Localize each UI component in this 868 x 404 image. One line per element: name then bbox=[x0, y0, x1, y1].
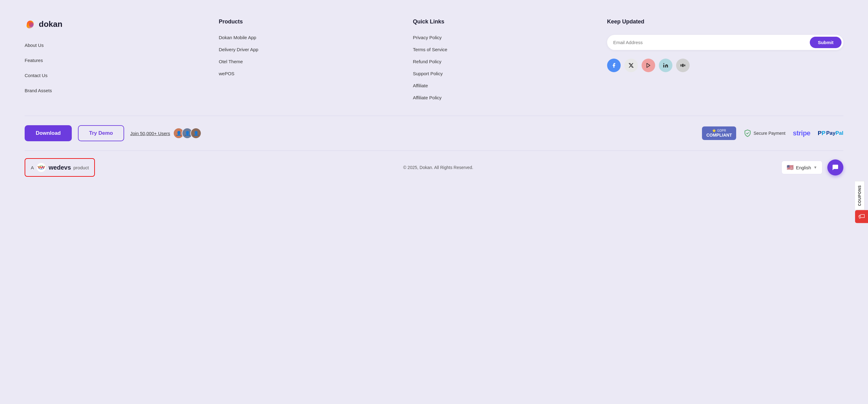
gdpr-main-text: COMPLIANT bbox=[706, 133, 732, 138]
product-dokan-mobile-app[interactable]: Dokan Mobile App bbox=[219, 35, 400, 40]
wedevs-name-text: wedevs bbox=[49, 164, 71, 171]
email-input[interactable] bbox=[613, 40, 810, 45]
svg-point-8 bbox=[42, 167, 43, 168]
wedevs-suffix-text: product bbox=[73, 165, 89, 170]
social-icons-row bbox=[607, 59, 843, 72]
link-refund-policy[interactable]: Refund Policy bbox=[413, 59, 594, 64]
product-wepos[interactable]: wePOS bbox=[219, 71, 400, 76]
svg-point-7 bbox=[39, 167, 41, 168]
join-users-link[interactable]: Join 50,000+ Users 👤 👤 👤 bbox=[130, 128, 202, 139]
wedevs-logo-icon bbox=[36, 163, 46, 172]
product-otel-theme[interactable]: Otel Theme bbox=[219, 59, 400, 64]
footer-bottom: A wedevs product © 2025, Dokan. All Righ… bbox=[25, 150, 843, 186]
footer: dokan About Us Features Contact Us Brand… bbox=[0, 0, 868, 186]
product-delivery-driver-app[interactable]: Delivery Driver App bbox=[219, 47, 400, 52]
brand-logo-text: dokan bbox=[39, 20, 63, 29]
svg-rect-1 bbox=[663, 65, 664, 67]
copyright-text: © 2025, Dokan. All Rights Reserved. bbox=[403, 165, 473, 170]
svg-rect-4 bbox=[682, 64, 683, 67]
quick-links-header: Quick Links bbox=[413, 19, 594, 25]
wedevs-prefix: A bbox=[31, 165, 34, 170]
products-column: Products Dokan Mobile App Delivery Drive… bbox=[219, 19, 400, 100]
keep-updated-header: Keep Updated bbox=[607, 19, 843, 25]
dokan-logo-icon bbox=[25, 19, 36, 30]
logo-nav-column: dokan About Us Features Contact Us Brand… bbox=[25, 19, 206, 100]
svg-point-6 bbox=[37, 163, 46, 172]
try-demo-button[interactable]: Try Demo bbox=[78, 125, 124, 141]
quick-links-column: Quick Links Privacy Policy Terms of Serv… bbox=[413, 19, 594, 100]
paypal-logo: P P Pay Pal bbox=[818, 130, 843, 137]
nav-about-us[interactable]: About Us bbox=[25, 42, 206, 49]
youtube-icon[interactable] bbox=[642, 59, 655, 72]
email-form: Submit bbox=[607, 35, 843, 50]
language-label: English bbox=[796, 165, 811, 170]
download-button[interactable]: Download bbox=[25, 125, 72, 141]
link-affiliate[interactable]: Affiliate bbox=[413, 83, 594, 88]
chat-button[interactable] bbox=[827, 160, 843, 175]
chat-icon bbox=[832, 164, 839, 171]
secure-payment-label: Secure Payment bbox=[753, 131, 785, 136]
stripe-logo: stripe bbox=[793, 129, 810, 137]
user-avatar-3: 👤 bbox=[190, 128, 202, 139]
bottom-right-actions: 🇺🇸 English ▼ bbox=[781, 160, 843, 175]
gdpr-top-text: ⭐ GDPR bbox=[712, 129, 726, 133]
flag-icon: 🇺🇸 bbox=[787, 164, 794, 171]
keep-updated-column: Keep Updated Submit bbox=[607, 19, 843, 100]
shield-check-icon bbox=[744, 129, 751, 137]
submit-button[interactable]: Submit bbox=[810, 37, 841, 48]
svg-point-2 bbox=[663, 63, 664, 64]
link-terms-of-service[interactable]: Terms of Service bbox=[413, 47, 594, 52]
language-selector[interactable]: 🇺🇸 English ▼ bbox=[781, 161, 823, 174]
products-links: Dokan Mobile App Delivery Driver App Ote… bbox=[219, 35, 400, 76]
trust-badges: ⭐ GDPR COMPLIANT Secure Payment stripe P… bbox=[702, 126, 843, 140]
gdpr-badge: ⭐ GDPR COMPLIANT bbox=[702, 126, 736, 140]
secure-payment-badge: Secure Payment bbox=[744, 129, 785, 137]
user-avatars: 👤 👤 👤 bbox=[173, 128, 202, 139]
nav-brand-assets[interactable]: Brand Assets bbox=[25, 87, 206, 94]
coupons-icon[interactable]: 🏷 bbox=[855, 210, 868, 223]
facebook-icon[interactable] bbox=[607, 59, 621, 72]
link-affiliate-policy[interactable]: Affiliate Policy bbox=[413, 95, 594, 100]
svg-rect-3 bbox=[680, 64, 681, 67]
logo-row: dokan bbox=[25, 19, 206, 30]
footer-top-grid: dokan About Us Features Contact Us Brand… bbox=[25, 19, 843, 116]
quick-links-links: Privacy Policy Terms of Service Refund P… bbox=[413, 35, 594, 100]
nav-contact-us[interactable]: Contact Us bbox=[25, 72, 206, 79]
twitter-x-icon[interactable] bbox=[624, 59, 638, 72]
cta-bar: Download Try Demo Join 50,000+ Users 👤 👤… bbox=[25, 116, 843, 150]
wedevs-brand-box: A wedevs product bbox=[25, 158, 95, 177]
link-privacy-policy[interactable]: Privacy Policy bbox=[413, 35, 594, 40]
svg-marker-0 bbox=[647, 63, 650, 67]
link-support-policy[interactable]: Support Policy bbox=[413, 71, 594, 76]
nav-features[interactable]: Features bbox=[25, 57, 206, 63]
chevron-down-icon: ▼ bbox=[813, 165, 817, 170]
main-nav-links: About Us Features Contact Us Brand Asset… bbox=[25, 42, 206, 94]
coupons-tab[interactable]: COUPONS bbox=[855, 181, 865, 210]
svg-rect-5 bbox=[684, 64, 685, 66]
linkedin-icon[interactable] bbox=[659, 59, 673, 72]
coupons-sidebar: COUPONS 🏷 bbox=[855, 181, 868, 223]
products-header: Products bbox=[219, 19, 400, 25]
medium-icon[interactable] bbox=[676, 59, 690, 72]
join-users-text: Join 50,000+ Users bbox=[130, 131, 170, 136]
